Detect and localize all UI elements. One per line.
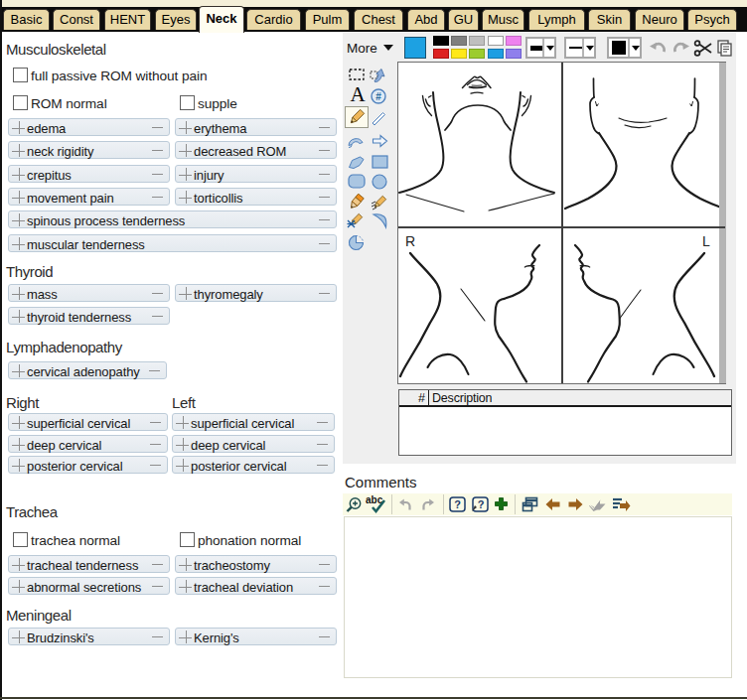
svg-text:?: ? xyxy=(478,498,485,510)
svg-text:?: ? xyxy=(454,498,461,510)
svg-text:#: # xyxy=(375,91,381,102)
